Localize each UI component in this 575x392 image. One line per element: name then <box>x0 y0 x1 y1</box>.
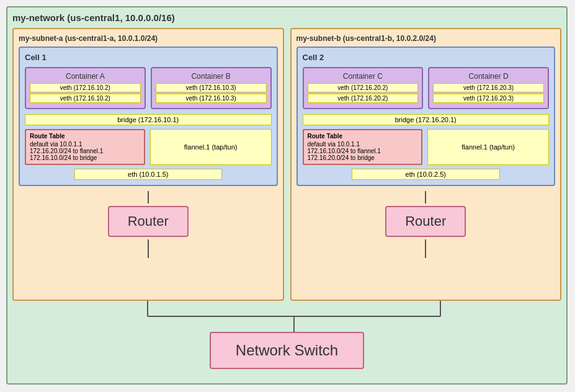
connector-svg <box>12 301 561 332</box>
container-a: Container A veth (172.16.10.2) veth (172… <box>25 67 146 109</box>
network-switch-label: Network Switch <box>236 342 338 359</box>
cell-1: Cell 1 Container A veth (172.16.10.2) ve… <box>19 47 278 186</box>
outer-network: my-network (us-central1, 10.0.0.0/16) my… <box>6 6 568 385</box>
route-table-a: Route Table default via 10.0.1.1 172.16.… <box>25 129 145 165</box>
container-b-title: Container B <box>156 72 267 81</box>
cell-2-title: Cell 2 <box>303 53 550 62</box>
veth-d-2: veth (172.16.20.3) <box>433 94 544 103</box>
bridge-a: bridge (172.16.10.1) <box>25 114 272 125</box>
router-a-label: Router <box>128 213 169 229</box>
bridge-b: bridge (172.16.20.1) <box>303 114 550 125</box>
container-c-title: Container C <box>308 72 419 81</box>
route-table-a-title: Route Table <box>30 133 140 140</box>
veth-b-2: veth (172.16.10.3) <box>156 94 267 103</box>
route-table-b-title: Route Table <box>308 133 418 140</box>
veth-c-2: veth (172.16.20.2) <box>308 94 419 103</box>
container-d: Container D veth (172.16.20.3) veth (172… <box>428 67 549 109</box>
eth-b-row: eth (10.0.2.5) <box>303 169 550 180</box>
veth-a-2: veth (172.16.10.2) <box>30 94 141 103</box>
flannel-b: flannel.1 (tap/tun) <box>427 129 549 165</box>
containers-row-a: Container A veth (172.16.10.2) veth (172… <box>25 67 272 109</box>
subnet-a: my-subnet-a (us-central1-a, 10.0.1.0/24)… <box>12 28 284 301</box>
network-title: my-network (us-central1, 10.0.0.0/16) <box>12 12 561 23</box>
container-b: Container B veth (172.16.10.3) veth (172… <box>151 67 272 109</box>
eth-a-row: eth (10.0.1.5) <box>25 169 272 180</box>
network-switch: Network Switch <box>210 332 364 369</box>
route-table-b: Route Table default via 10.0.1.1 172.16.… <box>303 129 423 165</box>
eth-b: eth (10.0.2.5) <box>352 169 500 180</box>
eth-a: eth (10.0.1.5) <box>74 169 223 180</box>
route-b-entry-1: 172.16.10.0/24 to flannel.1 <box>308 148 418 154</box>
veth-a-1: veth (172.16.10.2) <box>30 83 141 92</box>
container-a-title: Container A <box>30 72 141 81</box>
containers-row-b: Container C veth (172.16.20.2) veth (172… <box>303 67 550 109</box>
subnet-b-title: my-subnet-b (us-central1-b, 10.0.2.0/24) <box>296 34 556 43</box>
veth-b-1: veth (172.16.10.3) <box>156 83 267 92</box>
bridge-a-row: bridge (172.16.10.1) <box>25 114 272 125</box>
router-a: Router <box>108 206 189 237</box>
bridge-b-row: bridge (172.16.20.1) <box>303 114 550 125</box>
veth-d-1: veth (172.16.20.3) <box>433 83 544 92</box>
subnet-b: my-subnet-b (us-central1-b, 10.0.2.0/24)… <box>290 28 562 301</box>
flannel-a: flannel.1 (tap/tun) <box>150 129 272 165</box>
route-b-entry-2: 172.16.20.0/24 to bridge <box>308 154 418 161</box>
route-a-entry-1: 172.16.20.0/24 to flannel.1 <box>30 148 140 154</box>
middle-row-a: Route Table default via 10.0.1.1 172.16.… <box>25 129 272 165</box>
container-c: Container C veth (172.16.20.2) veth (172… <box>303 67 424 109</box>
container-d-title: Container D <box>433 72 544 81</box>
subnet-a-title: my-subnet-a (us-central1-a, 10.0.1.0/24) <box>19 34 278 43</box>
route-a-entry-2: 172.16.10.0/24 to bridge <box>30 154 140 161</box>
middle-row-b: Route Table default via 10.0.1.1 172.16.… <box>303 129 550 165</box>
cell-1-title: Cell 1 <box>25 53 272 62</box>
cell-2: Cell 2 Container C veth (172.16.20.2) ve… <box>296 47 556 186</box>
router-b-label: Router <box>405 213 446 229</box>
veth-c-1: veth (172.16.20.2) <box>308 83 419 92</box>
route-b-entry-0: default via 10.0.1.1 <box>308 141 418 148</box>
router-b: Router <box>385 206 466 237</box>
route-a-entry-0: default via 10.0.1.1 <box>30 141 140 148</box>
